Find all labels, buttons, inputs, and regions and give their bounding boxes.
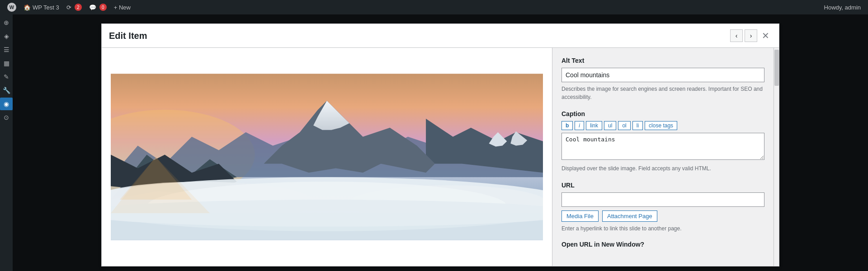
alt-text-label: Alt Text [561, 57, 764, 64]
dialog-overlay: Edit Item ‹ › ✕ [13, 14, 868, 271]
alt-text-description: Describes the image for search engines a… [561, 85, 764, 101]
new-item[interactable]: + New [110, 0, 134, 14]
sidebar-icon-7[interactable]: ◉ [0, 98, 13, 110]
right-panel: Alt Text Describes the image for search … [552, 48, 774, 266]
new-label: + New [114, 4, 131, 11]
caption-btn-b[interactable]: b [561, 121, 573, 130]
sidebar-icon-1[interactable]: ⊕ [0, 16, 13, 29]
dialog-scrollbar[interactable] [774, 48, 779, 266]
alt-text-input[interactable] [561, 68, 764, 82]
dialog-header: Edit Item ‹ › ✕ [102, 24, 779, 48]
home-icon: 🏠 [24, 4, 31, 11]
sidebar-icon-3[interactable]: ☰ [0, 43, 13, 56]
alt-text-group: Alt Text Describes the image for search … [561, 57, 764, 101]
image-area [102, 48, 552, 266]
caption-btn-i[interactable]: i [575, 121, 584, 130]
admin-bar-right: Howdy, admin [821, 0, 864, 14]
wp-logo-item[interactable]: W [4, 0, 20, 14]
sidebar-icon-2[interactable]: ◈ [0, 30, 13, 42]
comments-item[interactable]: 💬 0 [85, 0, 110, 14]
url-hint: Enter a hyperlink to link this slide to … [561, 225, 682, 232]
site-title: WP Test 3 [33, 4, 59, 11]
media-file-button[interactable]: Media File [561, 210, 599, 222]
updates-count: 2 [75, 4, 82, 11]
updates-icon: ⟳ [66, 4, 71, 11]
url-input[interactable] [561, 192, 764, 207]
url-label: URL [561, 182, 764, 189]
close-button[interactable]: ✕ [759, 29, 772, 42]
open-url-group: Open URL in New Window? [561, 241, 764, 248]
caption-btn-ul[interactable]: ul [604, 121, 616, 130]
dialog-navigation: ‹ › ✕ [730, 29, 772, 42]
next-button[interactable]: › [745, 29, 757, 42]
comments-icon: 💬 [89, 4, 96, 11]
dialog-body: Alt Text Describes the image for search … [102, 48, 779, 266]
edit-item-dialog: Edit Item ‹ › ✕ [101, 23, 779, 266]
caption-btn-ol[interactable]: ol [618, 121, 630, 130]
howdy-label: Howdy, admin [824, 4, 861, 11]
main-layout: ⊕ ◈ ☰ ▦ ✎ 🔧 ◉ ⊙ Edit Item ‹ › ✕ [0, 14, 868, 271]
scrollbar-thumb[interactable] [774, 50, 779, 86]
caption-toolbar: b i link ul ol li close tags [561, 121, 764, 130]
caption-group: Caption b i link ul ol li close tags Coo… [561, 110, 764, 173]
sidebar-icon-6[interactable]: 🔧 [0, 84, 13, 97]
admin-sidebar: ⊕ ◈ ☰ ▦ ✎ 🔧 ◉ ⊙ [0, 14, 13, 271]
caption-label: Caption [561, 110, 764, 117]
site-name-item[interactable]: 🏠 WP Test 3 [20, 0, 63, 14]
sidebar-icon-5[interactable]: ✎ [0, 70, 13, 83]
open-url-label: Open URL in New Window? [561, 241, 764, 248]
updates-item[interactable]: ⟳ 2 [63, 0, 85, 14]
prev-button[interactable]: ‹ [730, 29, 743, 42]
wp-logo: W [7, 3, 16, 12]
sidebar-icon-8[interactable]: ⊙ [0, 111, 13, 124]
sidebar-icon-4[interactable]: ▦ [0, 57, 13, 70]
dialog-title: Edit Item [109, 31, 147, 41]
admin-bar: W 🏠 WP Test 3 ⟳ 2 💬 0 + New Howdy, admin [0, 0, 868, 14]
caption-btn-link[interactable]: link [586, 121, 602, 130]
caption-btn-li[interactable]: li [632, 121, 643, 130]
caption-description: Displayed over the slide image. Field ac… [561, 164, 764, 173]
comments-count: 0 [99, 4, 107, 11]
caption-textarea[interactable]: Cool mountains [561, 133, 764, 160]
mountain-image [111, 57, 543, 257]
attachment-page-button[interactable]: Attachment Page [602, 210, 657, 222]
url-group: URL Media File Attachment Page Enter a h… [561, 182, 764, 232]
url-buttons: Media File Attachment Page Enter a hyper… [561, 210, 764, 232]
caption-btn-close-tags[interactable]: close tags [645, 121, 677, 130]
howdy-item[interactable]: Howdy, admin [821, 0, 864, 14]
